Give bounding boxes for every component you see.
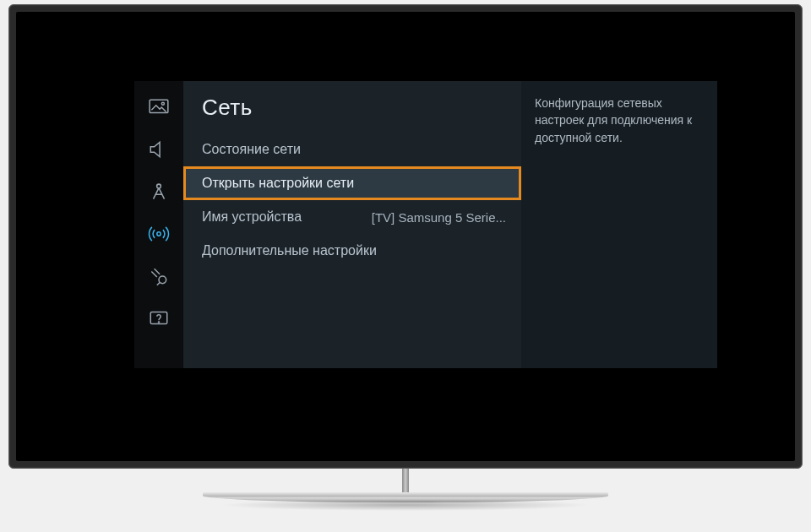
settings-panel: Сеть Состояние сети Открыть настройки се… bbox=[134, 81, 717, 368]
menu-item-label: Открыть настройки сети bbox=[202, 176, 354, 191]
menu-item-label: Состояние сети bbox=[202, 142, 301, 157]
menu-item-open-network-settings[interactable]: Открыть настройки сети bbox=[183, 166, 521, 200]
menu-item-label: Дополнительные настройки bbox=[202, 243, 377, 258]
svg-point-4 bbox=[159, 276, 166, 284]
svg-point-3 bbox=[157, 232, 161, 236]
menu-column: Сеть Состояние сети Открыть настройки се… bbox=[183, 81, 521, 368]
menu-item-expert-settings[interactable]: Дополнительные настройки bbox=[183, 234, 521, 268]
description-panel: Конфигурация сетевых настроек для подклю… bbox=[521, 81, 717, 368]
menu-item-value: [TV] Samsung 5 Serie... bbox=[372, 210, 506, 225]
svg-point-2 bbox=[157, 184, 161, 188]
tv-screen: Сеть Состояние сети Открыть настройки се… bbox=[16, 12, 795, 461]
menu-item-device-name[interactable]: Имя устройства [TV] Samsung 5 Serie... bbox=[183, 200, 521, 234]
menu-title: Сеть bbox=[183, 90, 521, 133]
description-text: Конфигурация сетевых настроек для подклю… bbox=[535, 95, 704, 146]
picture-icon[interactable] bbox=[148, 96, 170, 118]
sound-icon[interactable] bbox=[148, 138, 170, 160]
tv-bezel: Сеть Состояние сети Открыть настройки се… bbox=[8, 4, 803, 469]
menu-item-label: Имя устройства bbox=[202, 209, 302, 225]
svg-point-1 bbox=[161, 102, 164, 105]
network-icon[interactable] bbox=[148, 223, 170, 245]
tv-stand-base bbox=[203, 492, 608, 502]
support-icon[interactable] bbox=[148, 307, 170, 329]
system-icon[interactable] bbox=[148, 265, 170, 287]
svg-point-6 bbox=[158, 322, 159, 323]
broadcast-icon[interactable] bbox=[148, 181, 170, 203]
settings-icon-rail bbox=[134, 81, 183, 368]
tv-frame: Сеть Состояние сети Открыть настройки се… bbox=[8, 4, 803, 502]
menu-item-network-status[interactable]: Состояние сети bbox=[183, 133, 521, 166]
tv-stand-neck bbox=[402, 469, 409, 492]
